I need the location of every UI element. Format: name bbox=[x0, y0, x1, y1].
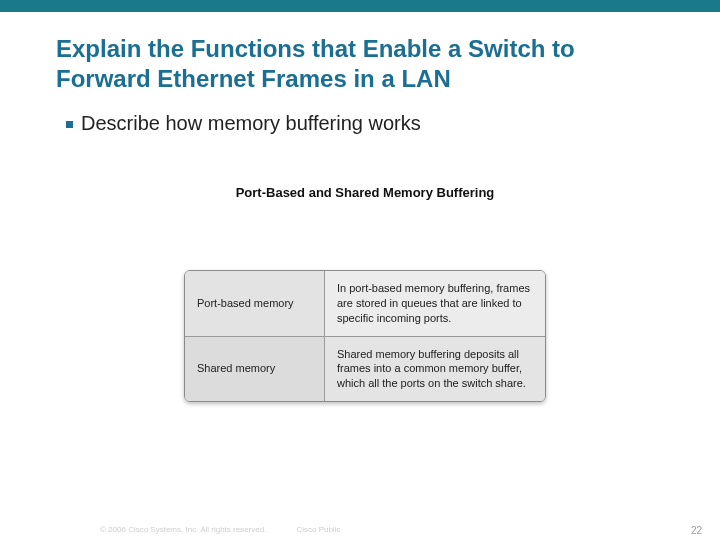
footer: © 2006 Cisco Systems, Inc. All rights re… bbox=[0, 518, 720, 540]
footer-copyright: © 2006 Cisco Systems, Inc. All rights re… bbox=[100, 525, 266, 534]
bullet-marker bbox=[66, 121, 73, 128]
figure-area: Port-Based and Shared Memory Buffering P… bbox=[56, 185, 674, 406]
footer-label: Cisco Public bbox=[296, 525, 340, 534]
slide-title: Explain the Functions that Enable a Swit… bbox=[56, 34, 674, 94]
bullet-item: Describe how memory buffering works bbox=[66, 112, 674, 135]
row-label: Port-based memory bbox=[185, 271, 325, 336]
row-desc: In port-based memory buffering, frames a… bbox=[325, 271, 545, 336]
bullet-text: Describe how memory buffering works bbox=[81, 112, 421, 135]
table-row: Shared memory Shared memory buffering de… bbox=[185, 336, 545, 402]
table-row: Port-based memory In port-based memory b… bbox=[185, 271, 545, 336]
buffering-table: Port-based memory In port-based memory b… bbox=[184, 270, 546, 402]
figure-title: Port-Based and Shared Memory Buffering bbox=[56, 185, 674, 200]
row-label: Shared memory bbox=[185, 336, 325, 402]
page-number: 22 bbox=[691, 525, 702, 536]
top-accent-bar bbox=[0, 0, 720, 12]
slide-content: Explain the Functions that Enable a Swit… bbox=[0, 12, 720, 406]
row-desc: Shared memory buffering deposits all fra… bbox=[325, 336, 545, 402]
